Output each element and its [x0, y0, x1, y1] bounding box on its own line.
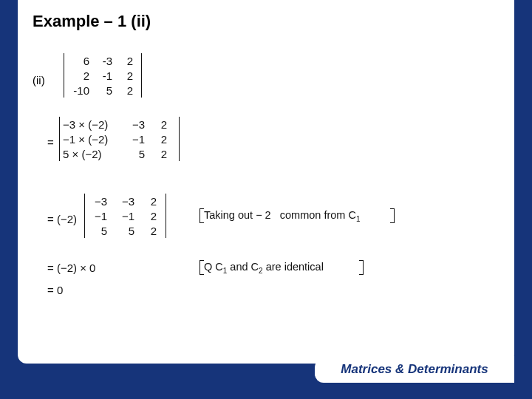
- det2-c: −3: [126, 118, 145, 131]
- step2-eq: =: [47, 136, 54, 149]
- det2-c: 5: [126, 148, 145, 160]
- det1-c: 2: [121, 69, 133, 82]
- det2-c: 2: [155, 118, 167, 131]
- det1-c: 2: [67, 69, 89, 82]
- det1-c: 5: [95, 84, 112, 97]
- step4-eq: = (−2) × 0: [47, 262, 95, 274]
- det3-c: −3: [88, 195, 107, 208]
- comment-step4: Q C1 and C2 are identical: [204, 261, 324, 275]
- det3-c: 2: [145, 225, 157, 237]
- comment-text: are identical: [263, 261, 324, 273]
- part-label: (ii): [33, 74, 45, 86]
- det2-c: 2: [155, 148, 167, 160]
- det1-c: 6: [67, 55, 89, 67]
- footer-label: Matrices & Determinants: [341, 362, 488, 377]
- det1-c: -1: [95, 69, 112, 82]
- footer-tab: Matrices & Determinants: [315, 356, 514, 383]
- det2-c: 2: [155, 133, 167, 146]
- det3-c: 5: [115, 225, 134, 237]
- slide-body: Example – 1 (ii) (ii) 6 -3 2 2 -1 2 -10 …: [18, 0, 514, 364]
- det1-c: -3: [95, 55, 112, 67]
- comment-step3: Taking out − 2 common from C1: [204, 209, 361, 223]
- comment-text: and C: [227, 261, 259, 273]
- det3-c: 2: [145, 210, 157, 222]
- det1-c: 2: [121, 55, 133, 67]
- comment-text: common from C: [280, 209, 356, 221]
- det3-c: −1: [115, 210, 134, 222]
- det3-c: 5: [88, 225, 107, 237]
- det1-c: -10: [67, 84, 89, 97]
- det2-c: −1: [126, 133, 145, 146]
- det1-c: 2: [121, 84, 133, 97]
- det2-c: −3 × (−2): [63, 118, 116, 131]
- det3-c: 2: [145, 195, 157, 208]
- comment-sub: 1: [356, 215, 361, 223]
- slide-title: Example – 1 (ii): [33, 12, 499, 31]
- comment-text: Q C: [204, 261, 223, 273]
- step5-eq: = 0: [47, 284, 63, 296]
- det3-c: −3: [115, 195, 134, 208]
- det3-c: −1: [88, 210, 107, 222]
- det2-c: −1 × (−2): [63, 133, 116, 146]
- math-content: 6 -3 2 2 -1 2 -10 5 2 = −3 × (−2) −3 2 −…: [64, 53, 499, 334]
- step3-eq: = (−2): [47, 213, 77, 225]
- comment-text: Taking out − 2: [204, 209, 271, 221]
- det2-c: 5 × (−2): [63, 148, 116, 160]
